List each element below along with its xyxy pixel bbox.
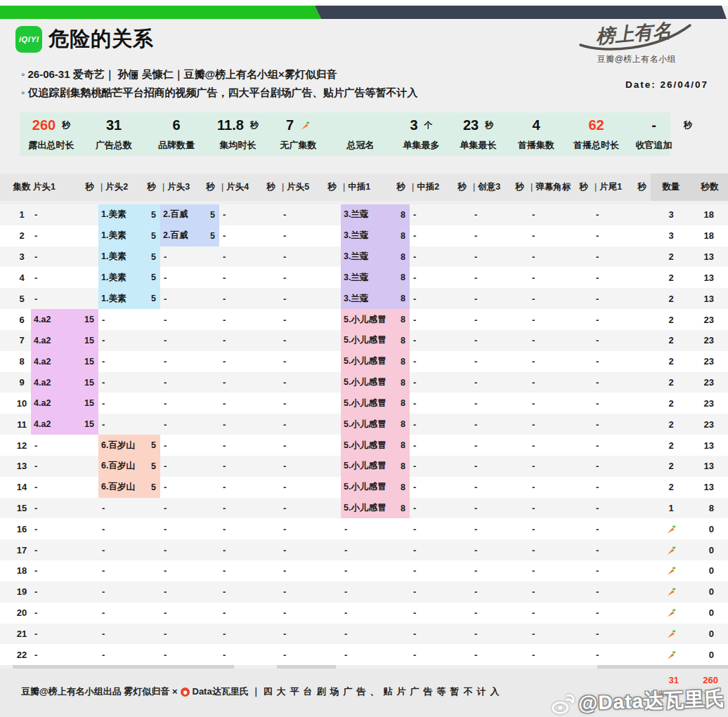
- empty-cell: -: [592, 419, 651, 430]
- empty-cell: -: [160, 335, 219, 346]
- empty-cell: -: [410, 251, 471, 262]
- empty-cell: -: [160, 272, 219, 283]
- count-cell: [651, 565, 691, 576]
- empty-cell: -: [471, 294, 528, 304]
- empty-cell: -: [219, 230, 280, 241]
- empty-cell: -: [31, 482, 98, 492]
- episode-cell: 14: [13, 482, 31, 492]
- ad-cell: 4.a215: [31, 351, 98, 372]
- stat-value: 260秒: [32, 117, 70, 134]
- empty-cell: -: [410, 650, 471, 660]
- ad-cell: 5.小儿感冒8: [341, 330, 410, 351]
- stat-value: 23秒: [463, 117, 493, 134]
- empty-cell: -: [592, 356, 651, 367]
- empty-cell: -: [592, 565, 651, 576]
- table-row: 12-6.百岁山5---5.小儿感冒8----213: [0, 435, 728, 456]
- empty-cell: -: [160, 398, 219, 409]
- table-row: 19----------0: [0, 581, 728, 603]
- table-row: 18----------0: [0, 560, 728, 581]
- empty-cell: -: [98, 524, 160, 534]
- ad-cell: 5.小儿感冒8: [341, 477, 410, 498]
- empty-cell: -: [98, 335, 160, 346]
- empty-cell: -: [160, 482, 219, 492]
- ad-cell: 5.小儿感冒8: [341, 393, 410, 414]
- carrot-icon: [666, 629, 677, 639]
- secs-cell: 23: [691, 315, 728, 325]
- secs-cell: 23: [691, 419, 728, 430]
- table-row: 15-----5.小儿感冒8----18: [0, 498, 728, 519]
- stat-label: 集均时长: [220, 139, 256, 152]
- note-line: ◦ 仅追踪剧集鹅桃酷芒平台招商的视频广告，四大平台剧场广告、贴片广告等暂不计入: [21, 84, 418, 102]
- group-stamp: 榜上有名 豆瓣@榜上有名小组: [578, 15, 696, 65]
- empty-cell: -: [471, 272, 528, 283]
- secs-cell: 0: [691, 629, 728, 639]
- empty-cell: -: [592, 461, 651, 471]
- secs-cell: 18: [691, 230, 728, 241]
- count-cell: [651, 629, 691, 639]
- empty-cell: -: [592, 377, 651, 388]
- episode-cell: 11: [13, 419, 31, 430]
- empty-cell: -: [160, 377, 219, 388]
- ad-cell: 2.百威5: [160, 225, 219, 246]
- episode-cell: 18: [13, 565, 31, 576]
- empty-cell: -: [280, 356, 341, 367]
- empty-cell: -: [410, 524, 471, 534]
- empty-cell: -: [410, 209, 471, 220]
- watermark: @Data达瓦里氏: [550, 685, 725, 717]
- empty-cell: -: [471, 482, 528, 492]
- col-header-中插2: |中插2秒: [410, 173, 471, 201]
- empty-cell: -: [160, 419, 219, 430]
- episode-cell: 9: [13, 377, 31, 388]
- table-row: 2-1.美素52.百威5--3.兰蔻8----318: [0, 225, 728, 246]
- episode-col-header: 集数: [13, 181, 31, 193]
- ad-cell: 3.兰蔻8: [341, 246, 410, 268]
- empty-cell: -: [528, 419, 592, 430]
- empty-cell: -: [592, 335, 651, 346]
- table-row: 5-1.美素5---3.兰蔻8----213: [0, 288, 728, 309]
- table-row: 14-6.百岁山5---5.小儿感冒8----213: [0, 477, 728, 498]
- iqiyi-logo: iQIYI: [15, 26, 42, 53]
- empty-cell: -: [98, 503, 160, 513]
- ad-cell: 1.美素5: [98, 246, 160, 268]
- empty-cell: -: [219, 650, 280, 660]
- empty-cell: -: [98, 419, 160, 430]
- empty-cell: -: [471, 524, 528, 534]
- count-cell: [651, 545, 691, 555]
- empty-cell: -: [528, 629, 592, 639]
- stamp-subtitle: 豆瓣@榜上有名小组: [578, 53, 696, 65]
- col-header-创意3: |创意3秒: [471, 173, 528, 201]
- empty-cell: -: [31, 586, 98, 597]
- empty-cell: -: [280, 440, 341, 451]
- secs-cell: 23: [691, 356, 728, 367]
- empty-cell: -: [219, 419, 280, 430]
- empty-cell: -: [528, 209, 592, 220]
- episode-cell: 20: [13, 607, 31, 618]
- stat-label: 单集最长: [460, 139, 497, 152]
- empty-cell: -: [31, 524, 98, 534]
- ad-cell: 6.百岁山5: [98, 456, 160, 477]
- ad-cell: 4.a215: [31, 372, 98, 393]
- empty-cell: -: [280, 461, 341, 471]
- empty-cell: -: [160, 461, 219, 471]
- empty-cell: -: [528, 650, 592, 660]
- empty-cell: -: [528, 586, 592, 597]
- table-row: 20----------0: [0, 603, 728, 624]
- stat-广告总数: 31广告总数: [83, 112, 145, 156]
- empty-cell: -: [219, 356, 280, 367]
- secs-cell: 8: [691, 503, 728, 513]
- empty-cell: -: [410, 377, 471, 388]
- empty-cell: -: [280, 524, 341, 534]
- secs-cell: 13: [691, 272, 728, 283]
- count-cell: 2: [651, 272, 691, 283]
- empty-cell: -: [280, 251, 341, 262]
- empty-cell: -: [410, 503, 471, 513]
- empty-cell: -: [31, 440, 98, 451]
- stat-label: 品牌数量: [158, 139, 195, 152]
- empty-cell: -: [592, 586, 651, 597]
- stat-label: 首播集数: [518, 139, 554, 152]
- table-row: 64.a215----5.小儿感冒8----223: [0, 309, 728, 330]
- credit-text: Data达瓦里氏: [193, 685, 249, 698]
- table-row: 13-6.百岁山5---5.小儿感冒8----213: [0, 456, 728, 477]
- empty-cell: -: [592, 315, 651, 325]
- empty-cell: -: [98, 607, 160, 618]
